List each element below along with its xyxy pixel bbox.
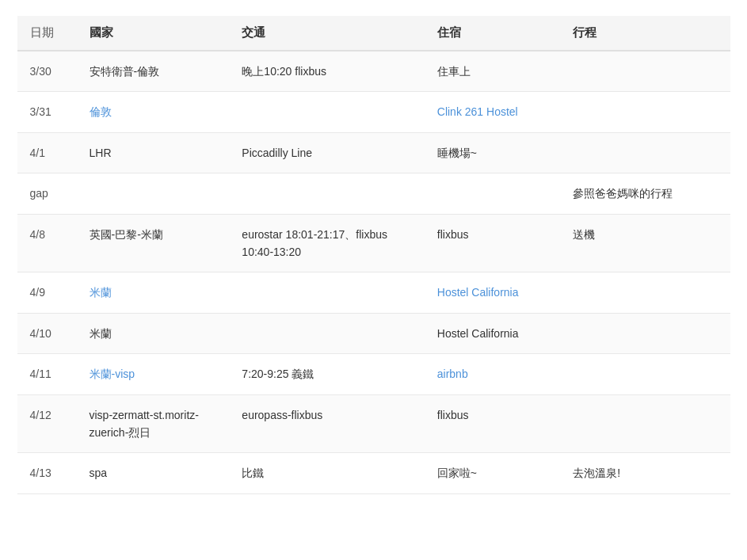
- header-itinerary: 行程: [560, 16, 730, 51]
- cell-date: 3/31: [17, 92, 77, 132]
- cell-transport: 晚上10:20 flixbus: [229, 51, 424, 92]
- cell-transport: [229, 272, 424, 313]
- table-header-row: 日期 國家 交通 住宿 行程: [17, 16, 730, 51]
- travel-table-container: 日期 國家 交通 住宿 行程 3/30 安特衛普-倫敦 晚上10:20 flix…: [17, 16, 730, 494]
- cell-accommodation: [425, 173, 560, 214]
- cell-date: 3/30: [17, 51, 77, 92]
- cell-itinerary: [560, 354, 730, 394]
- cell-date: 4/11: [17, 354, 77, 394]
- cell-accommodation: Clink 261 Hostel: [425, 92, 560, 132]
- header-country: 國家: [77, 16, 230, 51]
- cell-accommodation: Hostel California: [425, 313, 560, 353]
- table-row: gap 參照爸爸媽咪的行程: [17, 173, 730, 214]
- cell-itinerary: [560, 272, 730, 313]
- cell-date: 4/13: [17, 453, 77, 493]
- cell-country: 米蘭-visp: [77, 354, 230, 394]
- table-row: 4/1 LHR Piccadilly Line 睡機場~: [17, 132, 730, 173]
- cell-transport: Piccadilly Line: [229, 132, 424, 173]
- cell-accommodation: flixbus: [425, 214, 560, 272]
- cell-accommodation: Hostel California: [425, 272, 560, 313]
- cell-country: 米蘭: [77, 272, 230, 313]
- cell-itinerary: [560, 51, 730, 92]
- cell-date: gap: [17, 173, 77, 214]
- cell-transport: europass-flixbus: [229, 394, 424, 453]
- cell-itinerary: 送機: [560, 214, 730, 272]
- cell-transport: [229, 313, 424, 353]
- table-row: 4/12 visp-zermatt-st.moritz-zuerich-烈日 e…: [17, 394, 730, 453]
- header-transport: 交通: [229, 16, 424, 51]
- cell-itinerary: [560, 313, 730, 353]
- cell-date: 4/1: [17, 132, 77, 173]
- cell-itinerary: [560, 394, 730, 453]
- cell-country: 安特衛普-倫敦: [77, 51, 230, 92]
- cell-transport: 7:20-9:25 義鐵: [229, 354, 424, 394]
- cell-country: 米蘭: [77, 313, 230, 353]
- table-row: 3/30 安特衛普-倫敦 晚上10:20 flixbus 住車上: [17, 51, 730, 92]
- cell-country: spa: [77, 453, 230, 493]
- table-row: 4/10 米蘭 Hostel California: [17, 313, 730, 353]
- cell-date: 4/8: [17, 214, 77, 272]
- cell-country: visp-zermatt-st.moritz-zuerich-烈日: [77, 394, 230, 453]
- cell-itinerary: 去泡溫泉!: [560, 453, 730, 493]
- table-row: 4/11 米蘭-visp 7:20-9:25 義鐵 airbnb: [17, 354, 730, 394]
- cell-date: 4/9: [17, 272, 77, 313]
- cell-accommodation: 睡機場~: [425, 132, 560, 173]
- cell-accommodation: 住車上: [425, 51, 560, 92]
- cell-country: 英國-巴黎-米蘭: [77, 214, 230, 272]
- cell-date: 4/12: [17, 394, 77, 453]
- cell-date: 4/10: [17, 313, 77, 353]
- cell-accommodation: airbnb: [425, 354, 560, 394]
- cell-transport: 比鐵: [229, 453, 424, 493]
- table-row: 4/8 英國-巴黎-米蘭 eurostar 18:01-21:17、flixbu…: [17, 214, 730, 272]
- cell-accommodation: 回家啦~: [425, 453, 560, 493]
- cell-itinerary: 參照爸爸媽咪的行程: [560, 173, 730, 214]
- travel-table: 日期 國家 交通 住宿 行程 3/30 安特衛普-倫敦 晚上10:20 flix…: [17, 16, 730, 494]
- cell-country: 倫敦: [77, 92, 230, 132]
- cell-transport: [229, 92, 424, 132]
- cell-transport: [229, 173, 424, 214]
- cell-itinerary: [560, 132, 730, 173]
- cell-country: LHR: [77, 132, 230, 173]
- table-row: 3/31 倫敦 Clink 261 Hostel: [17, 92, 730, 132]
- cell-transport: eurostar 18:01-21:17、flixbus 10:40-13:20: [229, 214, 424, 272]
- header-date: 日期: [17, 16, 77, 51]
- table-row: 4/13 spa 比鐵 回家啦~ 去泡溫泉!: [17, 453, 730, 493]
- table-row: 4/9 米蘭 Hostel California: [17, 272, 730, 313]
- cell-itinerary: [560, 92, 730, 132]
- header-accommodation: 住宿: [425, 16, 560, 51]
- cell-accommodation: flixbus: [425, 394, 560, 453]
- cell-country: [77, 173, 230, 214]
